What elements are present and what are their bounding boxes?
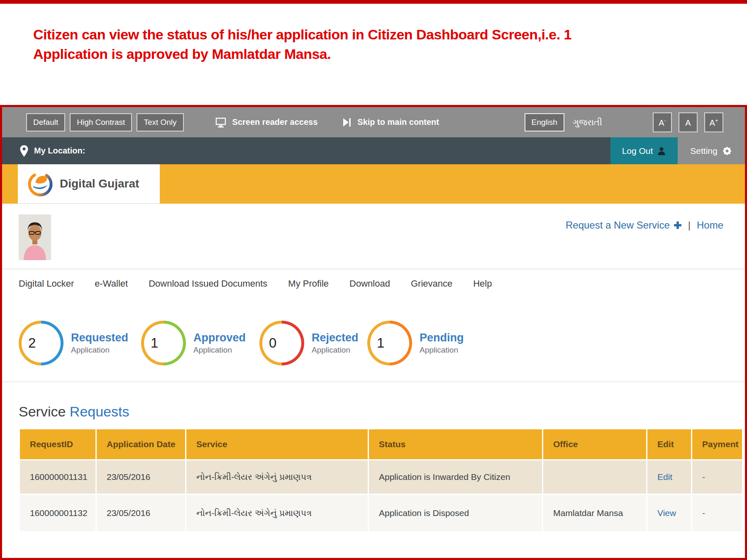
text-only-button[interactable]: Text Only: [137, 113, 183, 131]
font-decrease-button[interactable]: A-: [653, 112, 672, 132]
cell-office: Mamlatdar Mansa: [543, 495, 646, 531]
brand-band: Digital Gujarat: [2, 164, 745, 204]
nav-grievance[interactable]: Grievance: [411, 278, 452, 289]
plus-icon: [674, 221, 682, 229]
pending-count: 1: [377, 335, 384, 351]
monitor-icon: [215, 117, 227, 128]
request-new-service-label: Request a New Service: [566, 219, 670, 231]
view-link[interactable]: View: [657, 508, 676, 518]
rejected-labels: Rejected Application: [312, 331, 359, 355]
table-row: 160000001132 23/05/2016 નોન-ક્રિમી-લેયર …: [20, 495, 742, 531]
accessibility-bar-right: English ગુજરાતી A- A A+: [525, 112, 723, 132]
my-location: My Location:: [20, 145, 85, 157]
stat-requested: 2 Requested Application: [19, 321, 128, 365]
location-bar-right: Log Out Setting: [610, 137, 745, 164]
requested-subtitle: Application: [71, 346, 128, 355]
accessibility-bar: Default High Contrast Text Only Screen r…: [2, 107, 745, 137]
approved-labels: Approved Application: [193, 331, 246, 355]
col-edit: Edit: [647, 429, 691, 459]
table-header-row: RequestID Application Date Service Statu…: [20, 429, 742, 459]
user-icon: [657, 146, 666, 156]
setting-button[interactable]: Setting: [678, 137, 745, 164]
payment-dash: -: [702, 472, 705, 482]
setting-label: Setting: [690, 146, 717, 156]
edit-link[interactable]: Edit: [657, 472, 672, 482]
col-office: Office: [543, 429, 646, 459]
requested-labels: Requested Application: [71, 331, 128, 355]
cell-application-date: 23/05/2016: [97, 460, 185, 494]
language-gujarati-link[interactable]: ગુજરાતી: [573, 117, 602, 127]
logout-button[interactable]: Log Out: [610, 137, 678, 164]
cell-request-id: 160000001131: [20, 460, 95, 494]
application-stats: 2 Requested Application 1 Approved Appli…: [2, 321, 745, 373]
default-theme-button[interactable]: Default: [26, 113, 65, 131]
cell-application-date: 23/05/2016: [97, 495, 185, 531]
cell-request-id: 160000001132: [20, 495, 95, 531]
high-contrast-button[interactable]: High Contrast: [70, 113, 132, 131]
nav-download[interactable]: Download: [349, 278, 390, 289]
col-request-id: RequestID: [20, 429, 95, 459]
service-requests-heading: Service Requests: [19, 404, 129, 420]
language-english-button[interactable]: English: [525, 113, 564, 131]
nav-e-wallet[interactable]: e-Wallet: [95, 278, 128, 289]
nav-my-profile[interactable]: My Profile: [288, 278, 329, 289]
stat-pending: 1 Pending Application: [367, 321, 464, 365]
divider-mid: [2, 382, 745, 382]
location-bar: My Location: Log Out Setting: [2, 137, 745, 164]
digital-gujarat-logo-icon: [27, 170, 54, 198]
col-status: Status: [369, 429, 542, 459]
requested-circle: 2: [19, 321, 63, 365]
rejected-title: Rejected: [312, 331, 359, 344]
col-payment: Payment: [692, 429, 742, 459]
nav-download-issued-documents[interactable]: Download Issued Documents: [149, 278, 267, 289]
cell-status: Application is Inwarded By Citizen: [369, 460, 542, 494]
nav-digital-locker[interactable]: Digital Locker: [19, 278, 74, 289]
main-content: Request a New Service | Home Digital Loc…: [2, 204, 745, 558]
skip-to-main-content-link[interactable]: Skip to main content: [342, 117, 439, 127]
font-increase-button[interactable]: A+: [704, 112, 723, 132]
pending-circle: 1: [367, 321, 412, 365]
approved-subtitle: Application: [193, 346, 246, 355]
approved-count: 1: [151, 335, 158, 351]
col-application-date: Application Date: [97, 429, 185, 459]
screen-reader-access-label: Screen reader access: [232, 117, 318, 127]
pending-subtitle: Application: [420, 346, 464, 355]
screenshot-frame: Default High Contrast Text Only Screen r…: [0, 105, 747, 560]
service-requests-table: RequestID Application Date Service Statu…: [19, 428, 743, 533]
top-links: Request a New Service | Home: [566, 219, 723, 231]
stat-rejected: 0 Rejected Application: [259, 321, 359, 365]
screen-reader-access-link[interactable]: Screen reader access: [215, 117, 318, 128]
approved-title: Approved: [193, 331, 246, 344]
cell-service: નોન-ક્રિમી-લેયર અંગેનું પ્રમાણપત્ર: [186, 460, 368, 494]
rejected-subtitle: Application: [312, 346, 359, 355]
nav-help[interactable]: Help: [473, 278, 492, 289]
profile-photo: [19, 214, 51, 260]
brand-logo-box[interactable]: Digital Gujarat: [18, 164, 160, 204]
pending-title: Pending: [420, 331, 464, 344]
cell-service: નોન-ક્રિમી-લેયર અંગેનું પ્રમાણપત્ર: [186, 495, 368, 531]
pending-labels: Pending Application: [420, 331, 464, 355]
requested-count: 2: [28, 335, 36, 351]
requested-title: Requested: [71, 331, 128, 344]
cell-office: [543, 460, 646, 494]
gear-icon: [722, 146, 732, 156]
slide-title: Citizen can view the status of his/her a…: [33, 25, 571, 64]
approved-circle: 1: [141, 321, 186, 365]
home-link[interactable]: Home: [697, 219, 723, 231]
brand-name: Digital Gujarat: [60, 177, 139, 190]
rejected-circle: 0: [259, 321, 304, 365]
slide-title-line2: Application is approved by Mamlatdar Man…: [33, 44, 571, 64]
skip-to-main-content-label: Skip to main content: [357, 117, 439, 127]
request-new-service-link[interactable]: Request a New Service: [566, 219, 682, 231]
divider-top: [2, 269, 745, 269]
slide-top-red-strip: [0, 0, 747, 4]
location-pin-icon: [20, 145, 29, 157]
links-separator: |: [688, 219, 691, 231]
main-nav: Digital Locker e-Wallet Download Issued …: [19, 278, 492, 289]
font-normal-button[interactable]: A: [679, 112, 698, 132]
table-row: 160000001131 23/05/2016 નોન-ક્રિમી-લેયર …: [20, 460, 742, 494]
slide-title-line1: Citizen can view the status of his/her a…: [33, 25, 571, 44]
stat-approved: 1 Approved Application: [141, 321, 246, 365]
logout-label: Log Out: [622, 146, 653, 156]
my-location-label: My Location:: [34, 146, 85, 156]
